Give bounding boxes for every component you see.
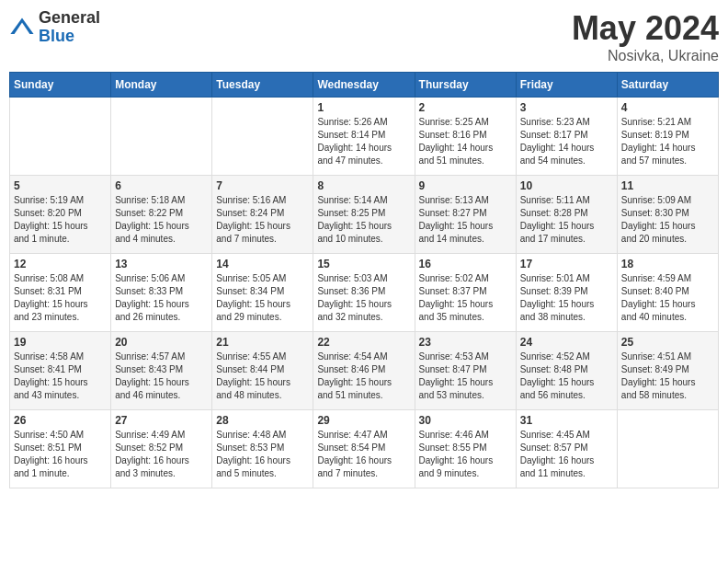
- calendar-cell: 6Sunrise: 5:18 AM Sunset: 8:22 PM Daylig…: [111, 176, 212, 254]
- calendar-cell: 17Sunrise: 5:01 AM Sunset: 8:39 PM Dayli…: [516, 254, 617, 332]
- day-number: 30: [419, 414, 512, 427]
- day-info: Sunrise: 5:23 AM Sunset: 8:17 PM Dayligh…: [520, 116, 613, 167]
- calendar-cell: [10, 98, 111, 176]
- logo-blue: Blue: [39, 28, 100, 46]
- calendar-week-row: 19Sunrise: 4:58 AM Sunset: 8:41 PM Dayli…: [10, 332, 719, 410]
- calendar-cell: 24Sunrise: 4:52 AM Sunset: 8:48 PM Dayli…: [516, 332, 617, 410]
- day-number: 5: [14, 179, 107, 192]
- day-info: Sunrise: 5:18 AM Sunset: 8:22 PM Dayligh…: [115, 194, 208, 246]
- day-info: Sunrise: 4:53 AM Sunset: 8:47 PM Dayligh…: [419, 350, 512, 402]
- day-number: 13: [115, 258, 208, 270]
- day-info: Sunrise: 5:03 AM Sunset: 8:36 PM Dayligh…: [317, 272, 410, 324]
- day-number: 22: [317, 336, 410, 349]
- calendar-cell: 2Sunrise: 5:25 AM Sunset: 8:16 PM Daylig…: [415, 98, 516, 176]
- header-row: Sunday Monday Tuesday Wednesday Thursday…: [10, 73, 719, 98]
- day-info: Sunrise: 5:13 AM Sunset: 8:27 PM Dayligh…: [419, 194, 512, 246]
- day-info: Sunrise: 5:26 AM Sunset: 8:14 PM Dayligh…: [317, 116, 410, 167]
- header-wednesday: Wednesday: [313, 73, 415, 98]
- day-info: Sunrise: 4:57 AM Sunset: 8:43 PM Dayligh…: [115, 350, 208, 402]
- day-info: Sunrise: 4:45 AM Sunset: 8:57 PM Dayligh…: [520, 429, 613, 480]
- calendar-cell: 15Sunrise: 5:03 AM Sunset: 8:36 PM Dayli…: [313, 254, 415, 332]
- calendar-cell: 16Sunrise: 5:02 AM Sunset: 8:37 PM Dayli…: [415, 254, 516, 332]
- location: Nosivka, Ukraine: [572, 48, 719, 64]
- day-number: 8: [317, 179, 410, 192]
- day-info: Sunrise: 5:25 AM Sunset: 8:16 PM Dayligh…: [419, 116, 512, 167]
- day-number: 12: [14, 258, 107, 270]
- calendar-cell: 27Sunrise: 4:49 AM Sunset: 8:52 PM Dayli…: [111, 410, 212, 488]
- logo-icon: [9, 15, 35, 40]
- day-number: 18: [621, 258, 714, 270]
- calendar-cell: [111, 98, 212, 176]
- day-number: 1: [317, 101, 410, 114]
- header-monday: Monday: [111, 73, 212, 98]
- calendar-cell: 1Sunrise: 5:26 AM Sunset: 8:14 PM Daylig…: [313, 98, 415, 176]
- day-number: 7: [216, 179, 309, 192]
- calendar-cell: 13Sunrise: 5:06 AM Sunset: 8:33 PM Dayli…: [111, 254, 212, 332]
- header-thursday: Thursday: [415, 73, 516, 98]
- calendar-cell: 23Sunrise: 4:53 AM Sunset: 8:47 PM Dayli…: [415, 332, 516, 410]
- day-number: 29: [317, 414, 410, 427]
- day-number: 16: [419, 258, 512, 270]
- day-number: 28: [216, 414, 309, 427]
- header-friday: Friday: [516, 73, 617, 98]
- header-saturday: Saturday: [617, 73, 718, 98]
- logo: General Blue: [9, 9, 100, 46]
- day-number: 14: [216, 258, 309, 270]
- day-number: 6: [115, 179, 208, 192]
- calendar-table: Sunday Monday Tuesday Wednesday Thursday…: [9, 72, 719, 488]
- day-info: Sunrise: 5:11 AM Sunset: 8:28 PM Dayligh…: [520, 194, 613, 246]
- calendar-week-row: 26Sunrise: 4:50 AM Sunset: 8:51 PM Dayli…: [10, 410, 719, 488]
- day-number: 4: [621, 101, 714, 114]
- day-number: 17: [520, 258, 613, 270]
- day-info: Sunrise: 4:51 AM Sunset: 8:49 PM Dayligh…: [621, 350, 714, 402]
- day-number: 21: [216, 336, 309, 349]
- title-block: May 2024 Nosivka, Ukraine: [572, 9, 719, 64]
- calendar-body: 1Sunrise: 5:26 AM Sunset: 8:14 PM Daylig…: [10, 98, 719, 488]
- day-info: Sunrise: 5:05 AM Sunset: 8:34 PM Dayligh…: [216, 272, 309, 324]
- header-tuesday: Tuesday: [212, 73, 313, 98]
- day-info: Sunrise: 5:02 AM Sunset: 8:37 PM Dayligh…: [419, 272, 512, 324]
- calendar-cell: 14Sunrise: 5:05 AM Sunset: 8:34 PM Dayli…: [212, 254, 313, 332]
- day-info: Sunrise: 4:48 AM Sunset: 8:53 PM Dayligh…: [216, 429, 309, 480]
- day-number: 27: [115, 414, 208, 427]
- calendar-header: Sunday Monday Tuesday Wednesday Thursday…: [10, 73, 719, 98]
- day-info: Sunrise: 5:14 AM Sunset: 8:25 PM Dayligh…: [317, 194, 410, 246]
- calendar-cell: 20Sunrise: 4:57 AM Sunset: 8:43 PM Dayli…: [111, 332, 212, 410]
- page-header: General Blue May 2024 Nosivka, Ukraine: [9, 9, 719, 64]
- day-info: Sunrise: 5:16 AM Sunset: 8:24 PM Dayligh…: [216, 194, 309, 246]
- calendar-week-row: 1Sunrise: 5:26 AM Sunset: 8:14 PM Daylig…: [10, 98, 719, 176]
- day-number: 26: [14, 414, 107, 427]
- day-number: 11: [621, 179, 714, 192]
- calendar-cell: 28Sunrise: 4:48 AM Sunset: 8:53 PM Dayli…: [212, 410, 313, 488]
- calendar-cell: 3Sunrise: 5:23 AM Sunset: 8:17 PM Daylig…: [516, 98, 617, 176]
- day-info: Sunrise: 4:49 AM Sunset: 8:52 PM Dayligh…: [115, 429, 208, 480]
- calendar-cell: 11Sunrise: 5:09 AM Sunset: 8:30 PM Dayli…: [617, 176, 718, 254]
- calendar-cell: 25Sunrise: 4:51 AM Sunset: 8:49 PM Dayli…: [617, 332, 718, 410]
- calendar-cell: 19Sunrise: 4:58 AM Sunset: 8:41 PM Dayli…: [10, 332, 111, 410]
- calendar-cell: 9Sunrise: 5:13 AM Sunset: 8:27 PM Daylig…: [415, 176, 516, 254]
- day-number: 10: [520, 179, 613, 192]
- calendar-week-row: 5Sunrise: 5:19 AM Sunset: 8:20 PM Daylig…: [10, 176, 719, 254]
- header-sunday: Sunday: [10, 73, 111, 98]
- logo-text: General Blue: [39, 9, 100, 46]
- day-info: Sunrise: 5:21 AM Sunset: 8:19 PM Dayligh…: [621, 116, 714, 167]
- day-number: 20: [115, 336, 208, 349]
- calendar-cell: [617, 410, 718, 488]
- day-info: Sunrise: 4:46 AM Sunset: 8:55 PM Dayligh…: [419, 429, 512, 480]
- calendar-cell: 21Sunrise: 4:55 AM Sunset: 8:44 PM Dayli…: [212, 332, 313, 410]
- day-info: Sunrise: 5:09 AM Sunset: 8:30 PM Dayligh…: [621, 194, 714, 246]
- calendar-cell: 18Sunrise: 4:59 AM Sunset: 8:40 PM Dayli…: [617, 254, 718, 332]
- day-number: 24: [520, 336, 613, 349]
- day-info: Sunrise: 4:55 AM Sunset: 8:44 PM Dayligh…: [216, 350, 309, 402]
- month-title: May 2024: [572, 9, 719, 48]
- calendar-cell: 26Sunrise: 4:50 AM Sunset: 8:51 PM Dayli…: [10, 410, 111, 488]
- day-info: Sunrise: 5:06 AM Sunset: 8:33 PM Dayligh…: [115, 272, 208, 324]
- logo-general: General: [39, 9, 100, 28]
- calendar-cell: 31Sunrise: 4:45 AM Sunset: 8:57 PM Dayli…: [516, 410, 617, 488]
- day-number: 25: [621, 336, 714, 349]
- day-number: 9: [419, 179, 512, 192]
- calendar-cell: 8Sunrise: 5:14 AM Sunset: 8:25 PM Daylig…: [313, 176, 415, 254]
- day-info: Sunrise: 5:01 AM Sunset: 8:39 PM Dayligh…: [520, 272, 613, 324]
- day-info: Sunrise: 4:54 AM Sunset: 8:46 PM Dayligh…: [317, 350, 410, 402]
- day-info: Sunrise: 4:52 AM Sunset: 8:48 PM Dayligh…: [520, 350, 613, 402]
